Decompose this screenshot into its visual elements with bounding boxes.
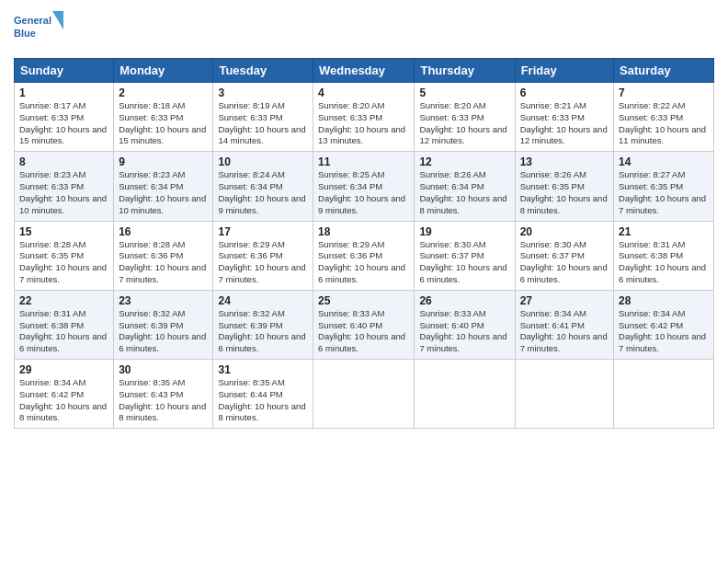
col-header-thursday: Thursday: [415, 59, 515, 83]
day-info: Sunrise: 8:34 AMSunset: 6:41 PMDaylight:…: [520, 308, 609, 355]
day-number: 27: [520, 294, 609, 307]
day-number: 2: [119, 86, 208, 99]
day-cell: 23Sunrise: 8:32 AMSunset: 6:39 PMDayligh…: [114, 290, 213, 359]
day-number: 6: [520, 86, 609, 99]
day-info: Sunrise: 8:27 AMSunset: 6:35 PMDaylight:…: [619, 169, 709, 216]
logo-icon: General Blue: [14, 9, 64, 51]
day-number: 19: [419, 225, 509, 238]
day-info: Sunrise: 8:20 AMSunset: 6:33 PMDaylight:…: [318, 100, 409, 147]
day-info: Sunrise: 8:30 AMSunset: 6:37 PMDaylight:…: [520, 239, 609, 286]
day-cell: 7Sunrise: 8:22 AMSunset: 6:33 PMDaylight…: [614, 83, 714, 152]
day-info: Sunrise: 8:26 AMSunset: 6:35 PMDaylight:…: [520, 169, 609, 216]
day-number: 17: [218, 225, 308, 238]
day-info: Sunrise: 8:34 AMSunset: 6:42 PMDaylight:…: [619, 308, 709, 355]
day-info: Sunrise: 8:33 AMSunset: 6:40 PMDaylight:…: [318, 308, 409, 355]
day-cell: 5Sunrise: 8:20 AMSunset: 6:33 PMDaylight…: [415, 83, 515, 152]
day-info: Sunrise: 8:22 AMSunset: 6:33 PMDaylight:…: [619, 100, 709, 147]
col-header-saturday: Saturday: [614, 59, 714, 83]
day-cell: 6Sunrise: 8:21 AMSunset: 6:33 PMDaylight…: [515, 83, 613, 152]
day-number: 26: [419, 294, 509, 307]
day-cell: 24Sunrise: 8:32 AMSunset: 6:39 PMDayligh…: [213, 290, 313, 359]
logo: General Blue: [14, 9, 64, 51]
day-cell: 27Sunrise: 8:34 AMSunset: 6:41 PMDayligh…: [515, 290, 613, 359]
day-info: Sunrise: 8:25 AMSunset: 6:34 PMDaylight:…: [318, 169, 409, 216]
day-info: Sunrise: 8:34 AMSunset: 6:42 PMDaylight:…: [19, 377, 108, 424]
day-cell: 12Sunrise: 8:26 AMSunset: 6:34 PMDayligh…: [415, 152, 515, 221]
day-cell: [614, 360, 714, 429]
day-info: Sunrise: 8:19 AMSunset: 6:33 PMDaylight:…: [218, 100, 308, 147]
header-row: SundayMondayTuesdayWednesdayThursdayFrid…: [15, 59, 714, 83]
day-info: Sunrise: 8:28 AMSunset: 6:35 PMDaylight:…: [19, 239, 108, 286]
day-cell: 17Sunrise: 8:29 AMSunset: 6:36 PMDayligh…: [213, 221, 313, 290]
day-cell: 25Sunrise: 8:33 AMSunset: 6:40 PMDayligh…: [313, 290, 415, 359]
page: General Blue SundayMondayTuesdayWednesda…: [0, 0, 728, 563]
week-row-5: 29Sunrise: 8:34 AMSunset: 6:42 PMDayligh…: [15, 360, 714, 429]
day-info: Sunrise: 8:28 AMSunset: 6:36 PMDaylight:…: [119, 239, 208, 286]
day-cell: 22Sunrise: 8:31 AMSunset: 6:38 PMDayligh…: [15, 290, 114, 359]
col-header-monday: Monday: [114, 59, 213, 83]
day-info: Sunrise: 8:26 AMSunset: 6:34 PMDaylight:…: [419, 169, 509, 216]
day-number: 22: [19, 294, 108, 307]
day-cell: 9Sunrise: 8:23 AMSunset: 6:34 PMDaylight…: [114, 152, 213, 221]
day-cell: 30Sunrise: 8:35 AMSunset: 6:43 PMDayligh…: [114, 360, 213, 429]
svg-text:General: General: [14, 15, 51, 26]
col-header-tuesday: Tuesday: [213, 59, 313, 83]
day-number: 9: [119, 155, 208, 168]
day-number: 13: [520, 155, 609, 168]
day-number: 20: [520, 225, 609, 238]
day-number: 23: [119, 294, 208, 307]
day-cell: 19Sunrise: 8:30 AMSunset: 6:37 PMDayligh…: [415, 221, 515, 290]
header: General Blue: [14, 9, 714, 51]
day-cell: 8Sunrise: 8:23 AMSunset: 6:33 PMDaylight…: [15, 152, 114, 221]
day-info: Sunrise: 8:32 AMSunset: 6:39 PMDaylight:…: [119, 308, 208, 355]
day-number: 24: [218, 294, 308, 307]
day-number: 11: [318, 155, 409, 168]
day-number: 25: [318, 294, 409, 307]
day-info: Sunrise: 8:31 AMSunset: 6:38 PMDaylight:…: [19, 308, 108, 355]
day-number: 14: [619, 155, 709, 168]
day-cell: 26Sunrise: 8:33 AMSunset: 6:40 PMDayligh…: [415, 290, 515, 359]
week-row-3: 15Sunrise: 8:28 AMSunset: 6:35 PMDayligh…: [15, 221, 714, 290]
day-cell: 4Sunrise: 8:20 AMSunset: 6:33 PMDaylight…: [313, 83, 415, 152]
day-cell: 2Sunrise: 8:18 AMSunset: 6:33 PMDaylight…: [114, 83, 213, 152]
day-cell: 1Sunrise: 8:17 AMSunset: 6:33 PMDaylight…: [15, 83, 114, 152]
day-cell: 10Sunrise: 8:24 AMSunset: 6:34 PMDayligh…: [213, 152, 313, 221]
svg-text:Blue: Blue: [14, 28, 36, 39]
day-info: Sunrise: 8:18 AMSunset: 6:33 PMDaylight:…: [119, 100, 208, 147]
day-number: 1: [19, 86, 108, 99]
day-number: 15: [19, 225, 108, 238]
col-header-wednesday: Wednesday: [313, 59, 415, 83]
day-number: 5: [419, 86, 509, 99]
day-info: Sunrise: 8:35 AMSunset: 6:44 PMDaylight:…: [218, 377, 308, 424]
day-cell: 16Sunrise: 8:28 AMSunset: 6:36 PMDayligh…: [114, 221, 213, 290]
day-number: 12: [419, 155, 509, 168]
day-cell: 28Sunrise: 8:34 AMSunset: 6:42 PMDayligh…: [614, 290, 714, 359]
day-cell: 13Sunrise: 8:26 AMSunset: 6:35 PMDayligh…: [515, 152, 613, 221]
col-header-friday: Friday: [515, 59, 613, 83]
day-info: Sunrise: 8:17 AMSunset: 6:33 PMDaylight:…: [19, 100, 108, 147]
day-info: Sunrise: 8:23 AMSunset: 6:33 PMDaylight:…: [19, 169, 108, 216]
day-number: 30: [119, 363, 208, 376]
day-number: 18: [318, 225, 409, 238]
day-cell: 20Sunrise: 8:30 AMSunset: 6:37 PMDayligh…: [515, 221, 613, 290]
day-cell: [515, 360, 613, 429]
week-row-4: 22Sunrise: 8:31 AMSunset: 6:38 PMDayligh…: [15, 290, 714, 359]
day-info: Sunrise: 8:21 AMSunset: 6:33 PMDaylight:…: [520, 100, 609, 147]
day-cell: 15Sunrise: 8:28 AMSunset: 6:35 PMDayligh…: [15, 221, 114, 290]
day-number: 28: [619, 294, 709, 307]
week-row-1: 1Sunrise: 8:17 AMSunset: 6:33 PMDaylight…: [15, 83, 714, 152]
day-info: Sunrise: 8:30 AMSunset: 6:37 PMDaylight:…: [419, 239, 509, 286]
day-info: Sunrise: 8:23 AMSunset: 6:34 PMDaylight:…: [119, 169, 208, 216]
day-cell: 11Sunrise: 8:25 AMSunset: 6:34 PMDayligh…: [313, 152, 415, 221]
day-info: Sunrise: 8:32 AMSunset: 6:39 PMDaylight:…: [218, 308, 308, 355]
day-cell: [415, 360, 515, 429]
day-info: Sunrise: 8:33 AMSunset: 6:40 PMDaylight:…: [419, 308, 509, 355]
day-cell: 18Sunrise: 8:29 AMSunset: 6:36 PMDayligh…: [313, 221, 415, 290]
week-row-2: 8Sunrise: 8:23 AMSunset: 6:33 PMDaylight…: [15, 152, 714, 221]
day-number: 4: [318, 86, 409, 99]
day-cell: 14Sunrise: 8:27 AMSunset: 6:35 PMDayligh…: [614, 152, 714, 221]
day-cell: 21Sunrise: 8:31 AMSunset: 6:38 PMDayligh…: [614, 221, 714, 290]
day-number: 10: [218, 155, 308, 168]
day-number: 3: [218, 86, 308, 99]
day-cell: 31Sunrise: 8:35 AMSunset: 6:44 PMDayligh…: [213, 360, 313, 429]
